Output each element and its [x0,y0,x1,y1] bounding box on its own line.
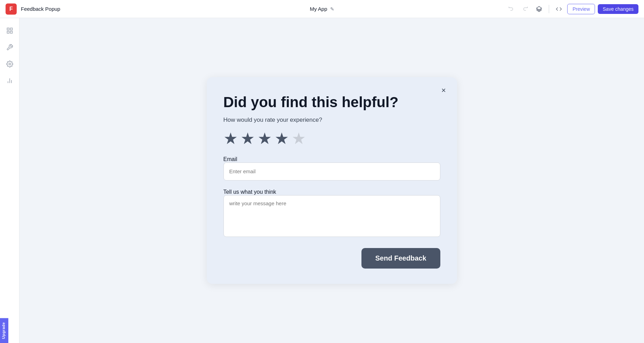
topbar-actions: Preview Save changes [506,3,638,15]
star-3[interactable]: ★ [258,130,272,146]
email-input[interactable] [223,162,440,181]
sidebar-icon-grid[interactable] [3,24,17,38]
redo-button[interactable] [520,3,531,15]
layers-button[interactable] [533,3,545,15]
sidebar-icon-analytics[interactable] [3,74,17,88]
toolbar-divider [549,5,549,13]
svg-rect-3 [7,31,9,33]
undo-button[interactable] [506,3,517,15]
star-rating[interactable]: ★ ★ ★ ★ ★ [223,130,440,146]
feedback-popup: × Did you find this helpful? How would y… [207,77,457,284]
sidebar-icon-settings[interactable] [3,57,17,71]
sidebar-icon-tools[interactable] [3,40,17,54]
app-name-center: My App ✎ [310,6,334,12]
upgrade-label[interactable]: Upgrade [0,318,8,343]
page-title: Feedback Popup [21,6,60,12]
send-feedback-button[interactable]: Send Feedback [361,248,440,269]
svg-rect-4 [10,31,12,33]
svg-rect-1 [7,28,9,30]
star-4[interactable]: ★ [275,130,289,146]
email-label: Email [223,156,237,162]
message-textarea[interactable] [223,195,440,237]
submit-row: Send Feedback [223,248,440,269]
star-1[interactable]: ★ [223,130,238,146]
edit-icon[interactable]: ✎ [330,6,334,12]
topbar: F Feedback Popup My App ✎ Preview Save c… [0,0,644,18]
popup-subheading: How would you rate your experience? [223,117,440,123]
save-changes-button[interactable]: Save changes [598,4,638,14]
popup-heading: Did you find this helpful? [223,94,440,111]
svg-point-5 [9,63,10,65]
popup-close-button[interactable]: × [438,84,450,97]
preview-button[interactable]: Preview [567,4,595,14]
code-button[interactable] [553,3,564,15]
star-5[interactable]: ★ [292,130,306,146]
svg-rect-2 [10,28,12,30]
canvas-area: × Did you find this helpful? How would y… [19,18,644,343]
main-layout: Upgrade × Did you find this helpful? How… [0,18,644,343]
star-2[interactable]: ★ [241,130,255,146]
app-logo: F [6,3,17,15]
message-label: Tell us what you think [223,189,276,195]
sidebar: Upgrade [0,18,19,343]
